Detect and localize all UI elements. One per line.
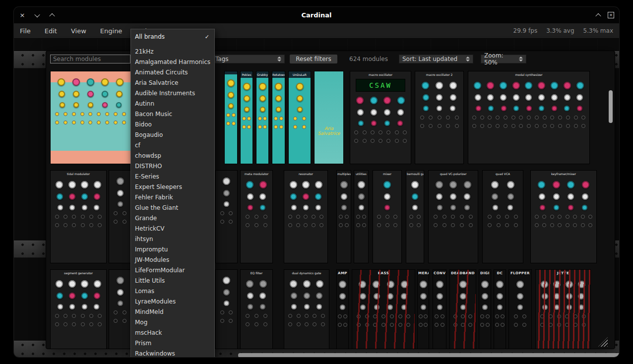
jack-icon	[63, 121, 67, 124]
knob-icon	[68, 280, 76, 288]
module-tile[interactable]: mixer	[373, 170, 402, 263]
brand-menu-item[interactable]: Impromptu	[131, 244, 214, 255]
module-tile[interactable]: Aria Salvatrice	[314, 71, 344, 164]
module-tile[interactable]: dual dynamics gate	[284, 269, 329, 349]
sort-combo[interactable]: Sort: Last updated	[399, 55, 473, 63]
tags-filter-combo[interactable]: Tags	[212, 55, 285, 63]
brand-menu-item[interactable]: HetrickCV	[131, 224, 214, 234]
brand-menu-item[interactable]: chowdsp	[131, 151, 214, 161]
brand-menu-item[interactable]: E-Series	[131, 172, 214, 182]
brand-menu-item[interactable]: Glue the Giant	[131, 203, 214, 213]
brand-menu-item-all[interactable]: All brands ✓	[131, 31, 214, 42]
module-tile[interactable]: Pokies	[240, 71, 253, 164]
knob-icon	[276, 107, 281, 112]
brand-menu-item[interactable]: Bogaudio	[131, 130, 214, 140]
brand-menu-item[interactable]: Lomas	[131, 286, 214, 297]
module-tile[interactable]: UnDuLaR	[288, 71, 311, 164]
brand-menu-item[interactable]: Prism	[131, 338, 214, 349]
jack-icon	[373, 323, 377, 327]
module-tile[interactable]	[224, 71, 238, 164]
module-tile[interactable]: JETTE	[535, 269, 591, 349]
module-tile[interactable]: EQ filter	[240, 269, 273, 349]
module-tile[interactable]: Rotatoes	[272, 71, 285, 164]
module-tile[interactable]: BASS	[352, 269, 415, 349]
knob-icon	[384, 193, 390, 200]
module-tile[interactable]: DEADBAND	[449, 269, 476, 349]
module-tile[interactable]: macro oscillator 2	[415, 71, 464, 164]
brand-menu-item[interactable]: Grande	[131, 213, 214, 224]
brand-menu-item[interactable]: DISTRHO	[131, 161, 214, 172]
jack-icon	[88, 112, 92, 116]
brand-menu-item[interactable]: Aria Salvatrice	[131, 78, 214, 88]
brand-menu-item[interactable]: Audible Instruments	[131, 88, 214, 99]
horizontal-scrollbar-thumb[interactable]	[238, 353, 619, 357]
brand-menu-item[interactable]: Autinn	[131, 99, 214, 109]
brand-menu-item[interactable]: ihtsyn	[131, 234, 214, 244]
brand-menu-item[interactable]: Rackwindows	[131, 349, 214, 357]
close-icon[interactable]: ×	[19, 12, 26, 19]
brand-menu-item[interactable]: Bidoo	[131, 120, 214, 130]
module-tile[interactable]	[215, 269, 238, 349]
module-tile[interactable]: segment generator	[50, 269, 107, 349]
menu-file[interactable]: File	[20, 27, 31, 35]
chevron-up-icon[interactable]	[49, 12, 56, 19]
knob-icon	[568, 193, 574, 200]
module-title: UnDuLaR	[289, 71, 311, 78]
jack-icon	[338, 314, 342, 318]
chevron-down-icon[interactable]	[34, 12, 41, 19]
module-tile[interactable]: multiples	[336, 170, 351, 263]
zoom-combo[interactable]: Zoom: 50%	[481, 55, 526, 63]
brand-menu-item[interactable]: mscHack	[131, 328, 214, 338]
module-tile[interactable]: MERA	[417, 269, 429, 349]
brand-menu-item[interactable]: Little Utils	[131, 276, 214, 286]
module-tile[interactable]: quad VC-polarizer	[428, 170, 478, 263]
brand-menu-item[interactable]: Bacon Music	[131, 109, 214, 120]
knob-icon	[304, 293, 310, 299]
brand-menu-item[interactable]: Amalgamated Harmonics	[131, 57, 214, 67]
module-tile[interactable]: FLOPPER	[508, 269, 532, 349]
reset-filters-button[interactable]: Reset filters	[290, 55, 337, 63]
module-tile[interactable]: macro oscillatorCSAW	[350, 71, 411, 164]
module-tile[interactable]: tidal modulator	[50, 170, 107, 263]
module-tile[interactable]: utilities	[354, 170, 369, 263]
module-tile[interactable]: AMP	[336, 269, 349, 349]
jack-icon	[540, 314, 544, 318]
module-tile[interactable]	[109, 269, 131, 349]
jack-icon	[511, 124, 515, 128]
brand-menu-item[interactable]: Fehler Fabrik	[131, 192, 214, 203]
menu-engine[interactable]: Engine	[100, 27, 123, 35]
knob-icon	[539, 193, 545, 200]
module-tile[interactable]: quad VCA	[482, 170, 523, 263]
module-tile[interactable]	[109, 170, 131, 263]
jack-icon	[451, 215, 455, 219]
rollup-icon[interactable]	[595, 12, 602, 19]
jack-icon	[417, 215, 421, 219]
module-tile[interactable]: DC	[494, 269, 506, 349]
brand-menu-item[interactable]: Animated Circuits	[131, 67, 214, 78]
brand-menu-item[interactable]: LyraeModules	[131, 297, 214, 307]
module-tile[interactable]	[50, 71, 131, 164]
module-tile[interactable]: resonator	[284, 170, 328, 263]
menu-view[interactable]: View	[71, 27, 86, 35]
brand-menu-item[interactable]: 21kHz	[131, 47, 214, 57]
module-tile[interactable]: DIGI	[479, 269, 491, 349]
knob-icon	[360, 293, 366, 300]
brand-menu-item[interactable]: Mog	[131, 317, 214, 328]
module-tile[interactable]: CONV	[433, 269, 446, 349]
module-tile[interactable]: meta modulator	[240, 170, 273, 263]
module-tile[interactable]: modal synthesizer	[468, 71, 590, 164]
brand-menu-item[interactable]: LifeFormModular	[131, 265, 214, 276]
module-tile[interactable]: Grabby	[256, 71, 269, 164]
vertical-scrollbar-thumb[interactable]	[609, 90, 613, 123]
search-input[interactable]	[50, 55, 130, 63]
menu-edit[interactable]: Edit	[45, 27, 57, 35]
module-tile[interactable]	[215, 170, 238, 263]
brand-menu-item[interactable]: Expert Sleepers	[131, 182, 214, 192]
close-box-icon[interactable]: ×	[608, 12, 614, 18]
module-tile[interactable]: bernoulli gate	[406, 170, 424, 263]
knob-icon	[247, 293, 253, 299]
module-tile[interactable]: keyframer/mixer	[530, 170, 597, 263]
brand-menu-item[interactable]: MindMeld	[131, 307, 214, 317]
brand-menu-item[interactable]: cf	[131, 140, 214, 151]
brand-menu-item[interactable]: JW-Modules	[131, 255, 214, 265]
